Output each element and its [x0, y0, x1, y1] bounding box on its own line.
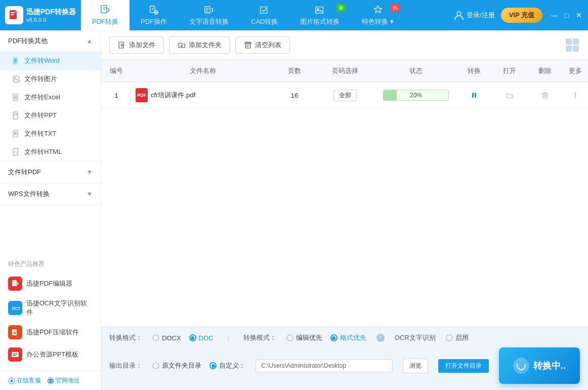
output-row: 输出目录： 原文件夹目录 自定义： 浏览 打开文件目录 [109, 347, 580, 384]
sidebar-item-to-html-label: 文件转HTML [24, 147, 62, 157]
minimize-button[interactable]: — [551, 11, 559, 19]
pause-button[interactable] [467, 88, 481, 102]
help-icon[interactable]: ? [376, 334, 385, 342]
maximize-button[interactable]: □ [563, 11, 571, 19]
toolbar: 添加文件 添加文件夹 清空列表 [101, 30, 588, 60]
delete-icon[interactable] [538, 88, 552, 102]
svg-rect-13 [13, 76, 19, 82]
featured-item-ppt-template[interactable]: 办公资源PPT模板 [0, 343, 101, 366]
tab-pdf-ops[interactable]: PDF操作 [130, 0, 178, 30]
featured-item-pdf-editor[interactable]: 迅捷PDF编辑器 [0, 272, 101, 295]
ocr-enable-radio[interactable] [446, 334, 453, 341]
sidebar-section-file-to-pdf: 文件转PDF ▼ [0, 162, 101, 183]
official-site-link[interactable]: 官网地址 [47, 376, 80, 385]
svg-rect-20 [12, 280, 17, 286]
sidebar-item-to-txt[interactable]: 文件转TXT [0, 125, 101, 143]
mode-edit-option[interactable]: 编辑优先 [286, 333, 322, 342]
featured-section: 特色产品推荐 迅捷PDF编辑器 OCR 迅捷OCR文字识别软件 迅捷PDF压缩软… [0, 251, 101, 371]
cell-open[interactable] [492, 86, 527, 104]
window-controls: — □ ✕ [551, 11, 583, 19]
cell-more[interactable] [563, 86, 588, 104]
format-mode-row: 转换格式： DOCX DOC | 转换模式： [109, 333, 580, 342]
svg-rect-15 [13, 94, 18, 101]
output-custom-radio[interactable] [209, 362, 217, 369]
tab-special[interactable]: 热 特色转换 ▾ [351, 0, 405, 30]
tab-img-convert[interactable]: 新 图片格式转换 [289, 0, 351, 30]
col-header-id: 编号 [101, 64, 132, 77]
ocr-enable-option[interactable]: 启用 [446, 333, 469, 342]
close-button[interactable]: ✕ [575, 11, 583, 19]
more-icon[interactable] [568, 88, 582, 102]
format-docx-option[interactable]: DOCX [152, 334, 181, 342]
featured-item-pdf-compress[interactable]: 迅捷PDF压缩软件 [0, 321, 101, 343]
table-row: 1 PDF cfr培训课件.pdf 16 全部 20% [101, 82, 588, 109]
output-custom-option[interactable]: 自定义： [209, 361, 245, 370]
sidebar-section-pdf-to-other-header[interactable]: PDF转换其他 ▲ [0, 30, 101, 52]
output-path-input[interactable] [256, 359, 393, 372]
app-logo-icon [5, 6, 23, 24]
mode-edit-radio[interactable] [286, 334, 293, 341]
output-original-radio[interactable] [152, 362, 159, 369]
online-service-link[interactable]: 在线客服 [8, 376, 41, 385]
content-area: 添加文件 添加文件夹 清空列表 编号 文件名称 [101, 30, 588, 390]
sidebar-item-to-image[interactable]: 文件转图片 [0, 70, 101, 88]
cell-convert[interactable] [456, 86, 492, 104]
format-docx-radio[interactable] [152, 334, 159, 341]
svg-point-25 [11, 379, 13, 382]
sidebar-item-to-ppt[interactable]: 文件转PPT [0, 106, 101, 125]
svg-point-35 [517, 362, 525, 370]
sidebar-section-pdf-to-other-label: PDF转换其他 [8, 36, 48, 46]
svg-rect-8 [260, 7, 267, 13]
mode-label: 转换模式： [243, 333, 276, 342]
vip-button[interactable]: VIP 充值 [501, 8, 542, 23]
format-doc-option[interactable]: DOC [189, 334, 214, 342]
col-header-open: 打开 [492, 64, 527, 77]
sidebar-item-to-ppt-label: 文件转PPT [24, 111, 57, 120]
svg-point-11 [457, 12, 461, 16]
login-button[interactable]: 登录/注册 [453, 10, 495, 21]
svg-rect-18 [13, 130, 18, 137]
cell-delete[interactable] [527, 86, 563, 104]
sidebar-section-wps: WPS文件转换 ▼ [0, 183, 101, 205]
convert-button[interactable]: 转换中.. [499, 347, 580, 384]
sidebar-item-to-html[interactable]: 文件转HTML [0, 143, 101, 161]
chevron-down-icon-2: ▼ [87, 190, 93, 198]
convert-spinning-icon [513, 358, 529, 374]
grid-view-button[interactable] [566, 38, 580, 52]
chevron-up-icon: ▲ [87, 37, 93, 45]
tab-text-voice[interactable]: 文字语音转换 [178, 0, 240, 30]
svg-text:OCR: OCR [12, 306, 20, 311]
app-logo: 迅捷PDF转换器 v8.6.0.0 [5, 6, 76, 24]
output-original-option[interactable]: 原文件夹目录 [152, 361, 201, 370]
clear-list-button[interactable]: 清空列表 [235, 36, 290, 54]
tab-cad-convert[interactable]: CAD转换 [240, 0, 289, 30]
col-header-more: 更多 [563, 64, 588, 77]
sidebar-section-wps-header[interactable]: WPS文件转换 ▼ [0, 183, 101, 205]
open-folder-button[interactable]: 打开文件目录 [438, 359, 489, 373]
col-header-pages: 页数 [274, 64, 315, 77]
sidebar-item-to-word[interactable]: 文件转Word [0, 52, 101, 70]
sidebar-section-file-to-pdf-header[interactable]: 文件转PDF ▼ [0, 162, 101, 183]
tab-pdf-convert[interactable]: PDF转换 [81, 0, 130, 30]
pdf-compress-icon [8, 325, 22, 339]
browse-button[interactable]: 浏览 [403, 359, 428, 373]
featured-item-ocr[interactable]: OCR 迅捷OCR文字识别软件 [0, 295, 101, 321]
add-folder-button[interactable]: 添加文件夹 [169, 36, 230, 54]
chevron-down-icon: ▼ [87, 169, 93, 176]
new-badge: 新 [337, 4, 346, 12]
format-doc-radio[interactable] [189, 334, 196, 341]
featured-item-pdf-editor-label: 迅捷PDF编辑器 [26, 279, 72, 288]
cell-status: 20% [375, 88, 456, 103]
tab-special-label: 特色转换 ▾ [362, 17, 394, 26]
mode-format-option[interactable]: 格式优先 [330, 333, 366, 342]
page-select-dropdown[interactable]: 全部 [333, 90, 357, 101]
add-file-button[interactable]: 添加文件 [109, 36, 164, 54]
hot-badge: 热 [391, 4, 400, 12]
featured-title: 特色产品推荐 [0, 256, 101, 272]
cell-page-select[interactable]: 全部 [315, 88, 375, 103]
open-folder-icon[interactable] [502, 88, 517, 102]
mode-format-radio[interactable] [330, 334, 338, 341]
format-doc-label: DOC [199, 334, 214, 342]
sidebar-item-to-excel[interactable]: 文件转Excel [0, 88, 101, 106]
tab-cad-convert-label: CAD转换 [251, 17, 278, 26]
